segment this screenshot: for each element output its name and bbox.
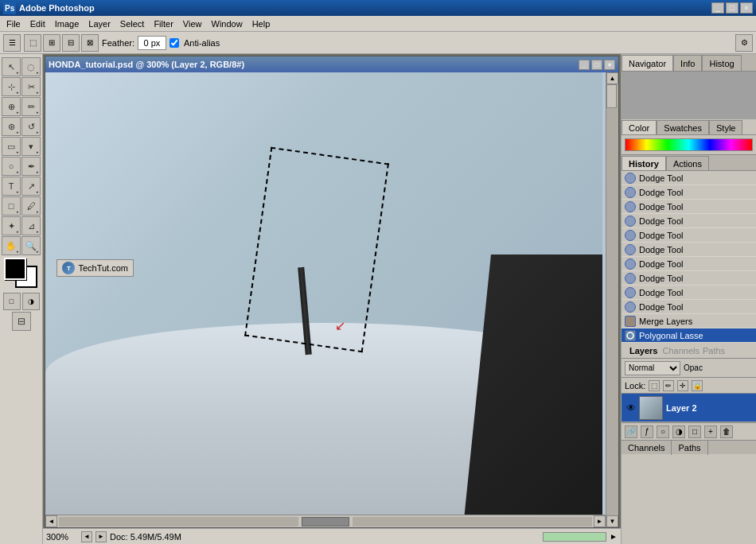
screen-mode[interactable]: ⊟	[12, 312, 31, 331]
zoom-collapse-btn[interactable]: ►	[95, 531, 107, 542]
tab-history[interactable]: History	[622, 156, 666, 170]
document-canvas[interactable]: ↙ T TechTut.com ▲ ▼	[45, 72, 618, 527]
layer-visibility-0[interactable]: 👁	[625, 402, 637, 414]
tab-swatches[interactable]: Swatches	[657, 120, 709, 134]
history-item-2[interactable]: Dodge Tool	[622, 200, 756, 214]
subtract-selection-btn[interactable]: ⊟	[62, 34, 80, 52]
foreground-color[interactable]	[4, 258, 26, 280]
history-item-11[interactable]: Polygonal Lasse	[622, 328, 756, 343]
scroll-left-btn[interactable]: ◄	[45, 515, 57, 527]
layers-tab-label[interactable]: Layers	[625, 346, 662, 356]
tab-actions[interactable]: Actions	[666, 156, 709, 170]
history-item-3[interactable]: Dodge Tool	[622, 214, 756, 228]
hand-tool[interactable]: ✋ ▸	[2, 236, 21, 255]
layer-new-icon[interactable]: +	[704, 425, 717, 438]
zoom-expand-btn[interactable]: ◄	[81, 531, 92, 542]
standard-mode[interactable]: □	[3, 293, 21, 310]
canvas-scrollbar-horizontal[interactable]: ◄ ►	[45, 515, 606, 527]
blend-mode-select[interactable]: Normal	[625, 361, 680, 375]
menu-image[interactable]: Image	[50, 17, 84, 30]
tab-histog[interactable]: Histog	[702, 55, 741, 71]
scrollbar-thumb[interactable]	[606, 84, 617, 108]
eraser-tool[interactable]: ▭ ▸	[2, 137, 21, 156]
measure-tool[interactable]: ⊿ ▸	[21, 216, 41, 235]
layer-style-icon[interactable]: ƒ	[641, 425, 653, 438]
doc-maximize-btn[interactable]: □	[591, 60, 602, 70]
layer-row-0[interactable]: 👁 Layer 2	[622, 394, 756, 422]
menu-window[interactable]: Window	[207, 17, 247, 30]
paths-header-label[interactable]: Paths	[703, 346, 725, 356]
history-brush-tool[interactable]: ↺ ▸	[21, 117, 41, 136]
clone-stamp-tool[interactable]: ⊛ ▸	[2, 117, 21, 136]
lock-transparent-btn[interactable]: ⬚	[649, 380, 660, 391]
scroll-right-btn[interactable]: ►	[594, 515, 606, 527]
menu-help[interactable]: Help	[247, 17, 275, 30]
layer-delete-icon[interactable]: 🗑	[720, 425, 733, 438]
new-selection-btn[interactable]: ⬚	[24, 34, 41, 52]
window-controls[interactable]: _ □ ×	[711, 2, 753, 14]
tab-styles[interactable]: Style	[709, 120, 742, 134]
add-selection-btn[interactable]: ⊞	[43, 34, 60, 52]
menu-edit[interactable]: Edit	[25, 17, 50, 30]
history-item-10[interactable]: Merge Layers	[622, 314, 756, 328]
layer-mask-icon[interactable]: ○	[657, 425, 669, 438]
menu-filter[interactable]: Filter	[149, 17, 177, 30]
history-item-5[interactable]: Dodge Tool	[622, 243, 756, 257]
extra-options-btn[interactable]: ⚙	[735, 34, 753, 52]
layer-link-icon[interactable]: 🔗	[625, 425, 637, 438]
quick-mask-mode[interactable]: ◑	[22, 293, 40, 310]
crop-tool[interactable]: ✂ ▸	[21, 77, 41, 96]
tab-color[interactable]: Color	[622, 120, 657, 134]
move-tool[interactable]: ↖ ▸	[2, 57, 21, 76]
history-item-8[interactable]: Dodge Tool	[622, 286, 756, 300]
feather-input[interactable]	[138, 36, 166, 50]
tool-preset-picker[interactable]: ☰	[3, 34, 21, 52]
history-item-0[interactable]: Dodge Tool	[622, 171, 756, 185]
doc-minimize-btn[interactable]: _	[579, 60, 590, 70]
tab-paths[interactable]: Paths	[672, 441, 707, 455]
tab-info[interactable]: Info	[673, 55, 702, 71]
dodge-tool[interactable]: ○ ▸	[2, 157, 21, 176]
history-item-9[interactable]: Dodge Tool	[622, 300, 756, 314]
path-selection-tool[interactable]: ↗ ▸	[21, 177, 41, 196]
tab-navigator[interactable]: Navigator	[622, 55, 673, 71]
history-item-7[interactable]: Dodge Tool	[622, 271, 756, 286]
lock-all-btn[interactable]: 🔒	[692, 380, 703, 391]
layer-group-icon[interactable]: □	[688, 425, 701, 438]
pen-tool[interactable]: ✒ ▸	[21, 157, 41, 176]
close-button[interactable]: ×	[740, 2, 753, 14]
color-selector[interactable]	[2, 258, 41, 289]
lock-move-btn[interactable]: ✛	[677, 380, 688, 391]
menu-file[interactable]: File	[2, 17, 25, 30]
eyedropper-tool[interactable]: ✦ ▸	[2, 216, 21, 235]
anti-alias-checkbox[interactable]	[170, 38, 179, 48]
lasso-tool[interactable]: ◌ ▸	[21, 57, 41, 76]
menu-select[interactable]: Select	[115, 17, 150, 30]
intersect-selection-btn[interactable]: ⊠	[81, 34, 99, 52]
type-tool[interactable]: T ▸	[2, 177, 21, 196]
scroll-down-btn[interactable]: ▼	[606, 515, 618, 527]
brush-tool[interactable]: ✏ ▸	[21, 97, 41, 116]
zoom-tool[interactable]: 🔍 ▸	[21, 236, 41, 255]
paint-bucket-tool[interactable]: ▾ ▸	[21, 137, 41, 156]
history-item-1[interactable]: Dodge Tool	[622, 185, 756, 200]
document-controls[interactable]: _ □ ×	[579, 60, 615, 70]
layer-adjustment-icon[interactable]: ◑	[672, 425, 685, 438]
scroll-up-btn[interactable]: ▲	[606, 72, 618, 84]
menu-layer[interactable]: Layer	[84, 17, 115, 30]
color-gradient-bar[interactable]	[625, 138, 753, 151]
canvas-scrollbar-vertical[interactable]: ▲ ▼	[606, 72, 618, 527]
shape-tool[interactable]: □ ▸	[2, 196, 21, 216]
history-item-6[interactable]: Dodge Tool	[622, 257, 756, 271]
notes-tool[interactable]: 🖊 ▸	[21, 196, 41, 216]
doc-close-btn[interactable]: ×	[604, 60, 615, 70]
tab-channels[interactable]: Channels	[622, 441, 672, 455]
minimize-button[interactable]: _	[711, 2, 724, 14]
channels-header-label[interactable]: Channels	[662, 346, 699, 356]
healing-brush-tool[interactable]: ⊕ ▸	[2, 97, 21, 116]
maximize-button[interactable]: □	[726, 2, 738, 14]
lock-paint-btn[interactable]: ✏	[663, 380, 674, 391]
magic-wand-tool[interactable]: ⊹ ▸	[2, 77, 21, 96]
history-item-4[interactable]: Dodge Tool	[622, 228, 756, 243]
menu-view[interactable]: View	[178, 17, 207, 30]
